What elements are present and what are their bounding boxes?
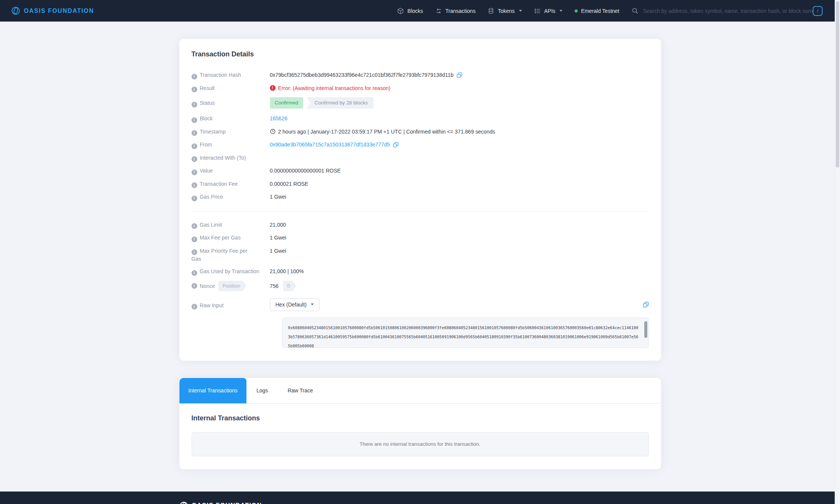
- from-address-link[interactable]: 0x90ade3b7065fa715c7a150313877df1d33e777…: [270, 141, 390, 148]
- tab-bar: Internal Transactions Logs Raw Trace: [179, 378, 661, 404]
- raw-input-hex: 0x608060405234801561001057600080fd5b5061…: [288, 323, 640, 348]
- info-icon[interactable]: i: [192, 130, 197, 136]
- raw-input-scrollbar-thumb[interactable]: [644, 321, 647, 338]
- page: OASIS FOUNDATION Blocks Transactions Tok…: [0, 0, 840, 504]
- transaction-details-card: Transaction Details iTransaction Hash 0x…: [179, 39, 661, 361]
- transaction-tabs-card: Internal Transactions Logs Raw Trace Int…: [179, 378, 661, 469]
- info-icon[interactable]: i: [192, 270, 197, 276]
- row-label: Interacted With (To): [200, 155, 246, 161]
- chevron-down-icon: [311, 303, 314, 305]
- nav-tokens[interactable]: Tokens: [488, 8, 522, 14]
- api-list-icon: [534, 8, 541, 14]
- info-icon[interactable]: i: [192, 283, 197, 289]
- info-icon[interactable]: i: [192, 87, 197, 92]
- nav-blocks-label: Blocks: [407, 8, 423, 14]
- nav-apis-label: APIs: [544, 8, 556, 14]
- chevron-down-icon: [559, 10, 563, 12]
- tab-internal-transactions[interactable]: Internal Transactions: [179, 378, 247, 403]
- copy-from-address-button[interactable]: [393, 142, 399, 148]
- info-icon[interactable]: i: [192, 196, 197, 201]
- row-from: iFrom 0x90ade3b7065fa715c7a150313877df1d…: [192, 141, 649, 149]
- top-navbar: OASIS FOUNDATION Blocks Transactions Tok…: [0, 0, 840, 22]
- row-label: Max Priority Fee per Gas: [192, 248, 248, 262]
- block-link[interactable]: 165626: [270, 115, 288, 122]
- row-transaction-fee: iTransaction Fee 0.000021 ROSE: [192, 180, 649, 188]
- row-label: Gas Price: [200, 194, 223, 200]
- info-icon[interactable]: i: [192, 117, 197, 123]
- row-label: Gas Limit: [200, 222, 222, 228]
- info-icon[interactable]: i: [192, 74, 197, 79]
- info-icon[interactable]: i: [192, 143, 197, 149]
- copy-icon: [393, 143, 399, 149]
- copy-raw-input-button[interactable]: [643, 302, 649, 308]
- search-input[interactable]: [643, 8, 821, 14]
- info-icon[interactable]: i: [192, 170, 197, 175]
- raw-input-textarea[interactable]: 0x608060405234801561001057600080fd5b5061…: [282, 317, 649, 348]
- search-box: /: [631, 6, 823, 16]
- raw-input-format-label: Hex (Default): [276, 302, 307, 308]
- row-label: Max Fee per Gas: [200, 235, 241, 241]
- position-badge: Position: [218, 281, 246, 291]
- row-status: iStatus Confirmed Confirmed by 28 blocks: [192, 97, 649, 109]
- row-result: iResult !Error: (Awaiting internal trans…: [192, 84, 649, 93]
- info-icon[interactable]: i: [192, 249, 197, 255]
- value-amount: 0.00000000000000001 ROSE: [270, 167, 341, 174]
- tab-logs[interactable]: Logs: [246, 378, 277, 403]
- row-label: Nonce: [200, 282, 215, 290]
- oasis-logo-icon: [11, 6, 20, 15]
- info-icon[interactable]: i: [192, 304, 197, 310]
- footer: OASIS FOUNDATION: [0, 492, 840, 504]
- row-label: Gas Used by Transaction: [200, 268, 259, 274]
- row-label: Result: [200, 85, 215, 91]
- row-timestamp: iTimestamp 2 hours ago | January-17-2022…: [192, 128, 649, 136]
- max-fee-value: 1 Gwei: [270, 234, 287, 241]
- nav-apis[interactable]: APIs: [534, 8, 563, 14]
- info-icon[interactable]: i: [192, 156, 197, 162]
- row-label: Raw Input: [200, 302, 224, 308]
- gas-used-value: 21,000 | 100%: [270, 268, 304, 275]
- row-max-fee: iMax Fee per Gas 1 Gwei: [192, 234, 649, 242]
- page-scrollbar-thumb[interactable]: [836, 1, 839, 168]
- copy-icon: [457, 73, 462, 79]
- info-icon[interactable]: i: [192, 182, 197, 188]
- transaction-fee-value: 0.000021 ROSE: [270, 180, 309, 188]
- confirmations-badge: Confirmed by 28 blocks: [307, 97, 374, 109]
- row-label: Block: [200, 115, 213, 121]
- section-title: Internal Transactions: [192, 414, 649, 422]
- row-label: Value: [200, 168, 213, 174]
- info-icon[interactable]: i: [192, 236, 197, 242]
- coins-icon: [488, 8, 494, 14]
- footer-brand-link[interactable]: OASIS FOUNDATION: [179, 501, 262, 504]
- gas-limit-value: 21,000: [270, 221, 286, 229]
- network-dot-icon: [575, 9, 578, 12]
- row-gas-limit: iGas Limit 21,000: [192, 221, 649, 229]
- position-value-badge: 0: [283, 281, 296, 291]
- result-error-text: Error: (Awaiting internal transactions f…: [278, 84, 391, 92]
- copy-hash-button[interactable]: [457, 72, 462, 78]
- nav-blocks[interactable]: Blocks: [397, 8, 423, 14]
- row-transaction-hash: iTransaction Hash 0x79bcf365275dbeb3d994…: [192, 71, 649, 79]
- error-icon: !: [270, 85, 276, 91]
- info-icon[interactable]: i: [192, 223, 197, 229]
- tab-raw-trace[interactable]: Raw Trace: [278, 378, 323, 403]
- row-block: iBlock 165626: [192, 115, 649, 123]
- nav-transactions-label: Transactions: [446, 8, 476, 14]
- nav-transactions[interactable]: Transactions: [435, 8, 476, 14]
- nav-network-label: Emerald Testnet: [581, 8, 619, 14]
- max-priority-fee-value: 1 Gwei: [270, 247, 287, 255]
- empty-state-message: There are no internal transactions for t…: [192, 432, 649, 456]
- nav-network-selector[interactable]: Emerald Testnet: [575, 8, 619, 14]
- row-interacted-with: iInteracted With (To): [192, 154, 649, 162]
- cube-icon: [397, 8, 404, 14]
- brand-title: OASIS FOUNDATION: [24, 8, 94, 14]
- brand-home-link[interactable]: OASIS FOUNDATION: [11, 6, 94, 15]
- search-shortcut-badge: /: [813, 6, 823, 16]
- nonce-value: 756: [270, 282, 279, 290]
- transactions-icon: [435, 8, 442, 14]
- page-scrollbar[interactable]: [835, 0, 840, 504]
- clock-icon: [270, 129, 276, 134]
- raw-input-format-dropdown[interactable]: Hex (Default): [270, 298, 319, 311]
- chevron-down-icon: [519, 10, 522, 12]
- info-icon[interactable]: i: [192, 102, 197, 107]
- oasis-logo-icon: [179, 501, 188, 504]
